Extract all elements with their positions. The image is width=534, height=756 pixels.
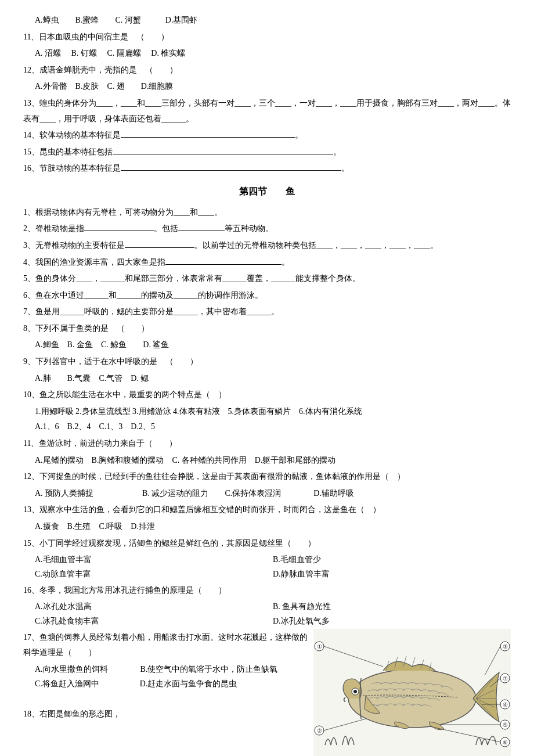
q12-options-text: A.外骨骼 B.皮肤 C. 翅 D.细胞膜 [35,82,173,91]
bottom-text: 17、鱼塘的饲养人员经常划着小船，用船浆击打水面。这时水花溅起，这样做的科学道理… [23,629,308,756]
q11-options-text: A. 沼螺 B. 钉螺 C. 隔扁螺 D. 椎实螺 [35,49,185,57]
q14: 14、软体动物的基本特征是。 [23,128,511,143]
top-options-text: A.蟑虫 B.蜜蜂 C. 河蟹 D.基围虾 [35,16,197,24]
svg-point-3 [353,690,357,693]
s4q4-text: 4、我国的渔业资源丰富，四大家鱼是指。 [23,258,290,267]
s4q17-options: A.向水里撒鱼的饵料 B.使空气中的氧溶于水中，防止鱼缺氧 C.将鱼赶入渔网中 … [35,662,308,691]
s4q9-options-text: A.肺 B.气囊 C.气管 D. 鳃 [35,374,149,383]
s4q12-text: 12、下河捉鱼的时候，已经到手的鱼往往会挣脱，这是由于其表面有很滑的黏液，鱼体黏… [23,472,405,481]
s4q7: 7、鱼是用______呼吸的，鳃的主要部分是______，其中密布着______… [23,304,511,320]
s4q17: 17、鱼塘的饲养人员经常划着小船，用船浆击打水面。这时水花溅起，这样做的科学道理… [23,630,308,661]
svg-text:④: ④ [503,701,508,708]
q15-insect: 15、昆虫的基本特征包括。 [23,145,511,160]
s4q16-options: A.冰孔处水温高 B. 鱼具有趋光性 C.冰孔处食物丰富 D.冰孔处氧气多 [35,599,511,628]
s4q2-text: 2、脊椎动物是指。包括等五种动物。 [23,224,273,233]
s4q2: 2、脊椎动物是指。包括等五种动物。 [23,221,511,237]
q13: 13、蝗虫的身体分为____，____和____三部分，头部有一对____，三个… [23,96,511,127]
q16-arthropod: 16、节肢动物的基本特征是。 [23,161,511,177]
s4q11-options-text: A.尾鳍的摆动 B.胸鳍和腹鳍的摆动 C. 各种鳍的共同作用 D.躯干部和尾部的… [35,456,335,465]
s4q10-text: 10、鱼之所以能生活在水中，最重要的两个特点是（ ） [23,390,226,399]
s4q15-text: 15、小丁同学经过观察发现，活鲫鱼的鳃丝是鲜红色的，其原因是鳃丝里（ ） [23,539,316,548]
s4q11: 11、鱼游泳时，前进的动力来自于（ ） [23,436,511,452]
s4q10-options-text: A.1、6 B.2、4 C.1、3 D.2、5 [35,422,155,431]
s4q16-text: 16、冬季，我国北方常用冰孔进行捕鱼的原理是（ ） [23,586,226,595]
s4q10-line: 1.用鳃呼吸 2.身体呈流线型 3.用鳍游泳 4.体表有粘液 5.身体表面有鳞片… [35,404,511,420]
s4q16-opt-b: B. 鱼具有趋光性 [273,599,511,614]
s4q1-text: 1、根据动物体内有无脊柱，可将动物分为____和____。 [23,208,222,217]
svg-text:⑤: ⑤ [503,722,508,728]
s4q6-text: 6、鱼在水中通过______和______的摆动及______的协调作用游泳。 [23,291,263,300]
s4q8-options-text: A.鲫鱼 B. 金鱼 C. 鲸鱼 D. 鲨鱼 [35,340,169,349]
s4q15-options: A.毛细血管丰富 B.毛细血管少 C.动脉血管丰富 D.静脉血管丰富 [35,552,511,581]
s4q12-options-text: A. 预防人类捕捉 B. 减少运动的阻力 C.保持体表湿润 D.辅助呼吸 [35,489,354,498]
s4q16: 16、冬季，我国北方常用冰孔进行捕鱼的原理是（ ） [23,583,511,599]
q11-options: A. 沼螺 B. 钉螺 C. 隔扁螺 D. 椎实螺 [35,46,511,62]
main-content: A.蟑虫 B.蜜蜂 C. 河蟹 D.基围虾 11、日本血吸虫的中间宿主是 （ ）… [23,13,511,756]
svg-text:⑦: ⑦ [503,675,508,682]
svg-text:①: ① [317,643,322,650]
fish-diagram: ① ③ ⑦ ② ④ [313,629,511,756]
s4q9: 9、下列器官中，适于在水中呼吸的是 （ ） [23,354,511,370]
svg-text:③: ③ [503,643,508,650]
s4q11-options: A.尾鳍的摆动 B.胸鳍和腹鳍的摆动 C. 各种鳍的共同作用 D.躯干部和尾部的… [35,453,511,469]
s4q10-line-text: 1.用鳃呼吸 2.身体呈流线型 3.用鳍游泳 4.体表有粘液 5.身体表面有鳞片… [35,407,362,416]
s4q16-opt-a: A.冰孔处水温高 [35,599,273,614]
s4q8-text: 8、下列不属于鱼类的是 （ ） [23,324,149,333]
s4q9-text: 9、下列器官中，适于在水中呼吸的是 （ ） [23,357,198,366]
s4q17-opt-a: A.向水里撒鱼的饵料 B.使空气中的氧溶于水中，防止鱼缺氧 [35,662,308,676]
s4q5-text: 5、鱼的身体分____，______和尾部三部分，体表常常有______覆盖，_… [23,274,360,283]
svg-text:⑥: ⑥ [503,739,508,746]
s4q1: 1、根据动物体内有无脊柱，可将动物分为____和____。 [23,205,511,221]
q12-options: A.外骨骼 B.皮肤 C. 翅 D.细胞膜 [35,79,511,95]
section4-title: 第四节 鱼 [23,183,511,200]
q16-arthropod-text: 16、节肢动物的基本特征是。 [23,164,349,172]
s4q4: 4、我国的渔业资源丰富，四大家鱼是指。 [23,255,511,271]
s4q18-text: 18、右图是鲫鱼的形态图， [23,710,121,718]
q12-text: 12、成语金蝉脱壳中，壳指的是 （ ） [23,66,178,74]
s4q10: 10、鱼之所以能生活在水中，最重要的两个特点是（ ） [23,387,511,403]
s4q13: 13、观察水中生活的鱼，会看到它的口和鳃盖后缘相互交错的时而张开，时而闭合，这是… [23,502,511,518]
q14-text: 14、软体动物的基本特征是。 [23,131,303,139]
s4q12-options: A. 预防人类捕捉 B. 减少运动的阻力 C.保持体表湿润 D.辅助呼吸 [35,486,511,502]
s4q9-options: A.肺 B.气囊 C.气管 D. 鳃 [35,371,511,387]
svg-text:②: ② [317,728,322,734]
s4q16-opt-c: C.冰孔处食物丰富 [35,614,273,628]
top-options: A.蟑虫 B.蜜蜂 C. 河蟹 D.基围虾 [35,13,511,28]
s4q13-text: 13、观察水中生活的鱼，会看到它的口和鳃盖后缘相互交错的时而张开，时而闭合，这是… [23,505,381,514]
q13-text: 13、蝗虫的身体分为____，____和____三部分，头部有一对____，三个… [23,99,511,123]
s4q16-opt-d: D.冰孔处氧气多 [273,614,511,628]
s4q15-opt-b: B.毛细血管少 [273,552,511,567]
s4q15-opt-c: C.动脉血管丰富 [35,567,273,581]
s4q15-opt-a: A.毛细血管丰富 [35,552,273,567]
s4q3: 3、无脊椎动物的主要特征是。以前学过的无脊椎动物种类包括____，____，__… [23,238,511,254]
s4q8-options: A.鲫鱼 B. 金鱼 C. 鲸鱼 D. 鲨鱼 [35,337,511,353]
s4q17-opt-c: C.将鱼赶入渔网中 D.赶走水面与鱼争食的昆虫 [35,676,308,691]
s4q18: 18、右图是鲫鱼的形态图， [23,707,308,722]
s4q17-text: 17、鱼塘的饲养人员经常划着小船，用船浆击打水面。这时水花溅起，这样做的科学道理… [23,633,308,657]
section4-title-text: 第四节 鱼 [239,186,295,196]
s4q8: 8、下列不属于鱼类的是 （ ） [23,321,511,337]
s4q13-options-text: A.摄食 B.生殖 C.呼吸 D.排泄 [35,522,155,531]
s4q15-opt-d: D.静脉血管丰富 [273,567,511,581]
q11-text: 11、日本血吸虫的中间宿主是 （ ） [23,33,169,41]
q11: 11、日本血吸虫的中间宿主是 （ ） [23,30,511,45]
s4q12: 12、下河捉鱼的时候，已经到手的鱼往往会挣脱，这是由于其表面有很滑的黏液，鱼体黏… [23,469,511,485]
bottom-section: 17、鱼塘的饲养人员经常划着小船，用船浆击打水面。这时水花溅起，这样做的科学道理… [23,629,511,756]
s4q10-options: A.1、6 B.2、4 C.1、3 D.2、5 [35,419,511,435]
fish-svg: ① ③ ⑦ ② ④ [313,629,511,756]
s4q11-text: 11、鱼游泳时，前进的动力来自于（ ） [23,439,177,448]
s4q13-options: A.摄食 B.生殖 C.呼吸 D.排泄 [35,519,511,535]
s4q6: 6、鱼在水中通过______和______的摆动及______的协调作用游泳。 [23,288,511,304]
q15-insect-text: 15、昆虫的基本特征包括。 [23,147,341,156]
q12: 12、成语金蝉脱壳中，壳指的是 （ ） [23,63,511,78]
s4q3-text: 3、无脊椎动物的主要特征是。以前学过的无脊椎动物种类包括____，____，__… [23,241,438,250]
s4q5: 5、鱼的身体分____，______和尾部三部分，体表常常有______覆盖，_… [23,271,511,287]
s4q15: 15、小丁同学经过观察发现，活鲫鱼的鳃丝是鲜红色的，其原因是鳃丝里（ ） [23,536,511,552]
s4q7-text: 7、鱼是用______呼吸的，鳃的主要部分是______，其中密布着______… [23,307,279,316]
